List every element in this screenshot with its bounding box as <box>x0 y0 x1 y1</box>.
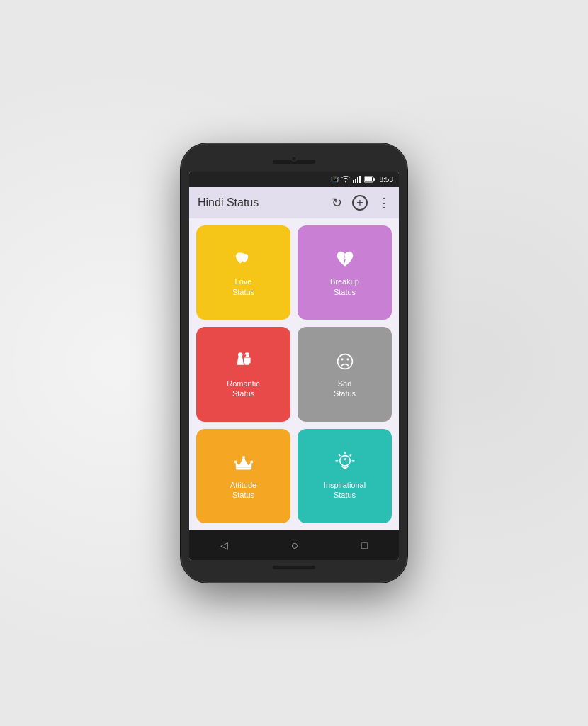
time-display: 8:53 <box>380 176 393 184</box>
app-bar-actions: ↻ + ⋮ <box>332 195 390 211</box>
status-bar: 📳 <box>189 172 399 187</box>
signal-icon <box>353 176 361 183</box>
svg-line-23 <box>350 454 351 456</box>
recent-button[interactable]: □ <box>350 534 378 557</box>
svg-point-14 <box>341 358 343 360</box>
category-grid: LoveStatus BreakupStatus <box>189 218 399 530</box>
love-status-label: LoveStatus <box>232 277 254 297</box>
home-button[interactable]: ○ <box>280 532 310 559</box>
sad-status-tile[interactable]: SadStatus <box>298 327 392 421</box>
inspirational-status-tile[interactable]: InspirationalStatus <box>298 429 392 523</box>
svg-point-13 <box>337 354 352 369</box>
svg-line-25 <box>339 454 340 456</box>
add-button[interactable]: + <box>352 195 368 211</box>
svg-rect-10 <box>244 357 249 364</box>
svg-rect-21 <box>343 467 346 469</box>
svg-point-19 <box>250 460 253 463</box>
svg-rect-6 <box>373 178 375 181</box>
phone-frame: 📳 <box>181 143 407 583</box>
svg-rect-1 <box>355 179 356 183</box>
wifi-icon <box>341 176 350 183</box>
attitude-status-tile[interactable]: AttitudeStatus <box>196 429 290 523</box>
attitude-status-label: AttitudeStatus <box>230 480 256 501</box>
breakup-icon <box>334 248 356 271</box>
more-button[interactable]: ⋮ <box>378 195 390 211</box>
app-title: Hindi Status <box>198 196 332 209</box>
vibrate-icon: 📳 <box>331 176 339 183</box>
inspirational-icon <box>334 452 356 474</box>
attitude-icon <box>232 452 255 474</box>
sad-icon <box>334 350 356 373</box>
breakup-status-tile[interactable]: BreakupStatus <box>298 225 392 320</box>
back-button[interactable]: ◁ <box>209 534 239 557</box>
svg-rect-16 <box>235 467 251 469</box>
svg-rect-2 <box>357 177 358 183</box>
bottom-bar <box>189 560 399 574</box>
inspirational-status-label: InspirationalStatus <box>324 480 366 501</box>
bottom-navigation: ◁ ○ □ <box>189 530 399 560</box>
app-bar: Hindi Status ↻ + ⋮ <box>189 187 399 218</box>
sad-status-label: SadStatus <box>334 379 356 399</box>
love-status-tile[interactable]: LoveStatus <box>196 225 290 320</box>
love-icon <box>232 248 255 271</box>
battery-icon <box>364 176 375 183</box>
svg-point-15 <box>346 358 349 360</box>
romantic-status-tile[interactable]: RomanticStatus <box>196 327 290 421</box>
svg-rect-11 <box>244 357 245 363</box>
status-icons: 📳 <box>331 176 393 184</box>
svg-rect-5 <box>365 177 372 182</box>
svg-point-17 <box>234 460 237 463</box>
svg-rect-12 <box>249 357 250 363</box>
top-bar <box>189 152 399 172</box>
phone-screen: 📳 <box>189 172 399 560</box>
camera <box>291 156 297 162</box>
speaker-grille-bottom <box>273 566 315 569</box>
romantic-status-label: RomanticStatus <box>227 379 259 399</box>
svg-rect-0 <box>353 180 354 183</box>
svg-point-20 <box>339 456 349 466</box>
refresh-button[interactable]: ↻ <box>332 195 342 211</box>
svg-point-8 <box>238 352 242 357</box>
breakup-status-label: BreakupStatus <box>330 277 359 297</box>
svg-rect-3 <box>359 176 361 183</box>
svg-point-18 <box>242 456 245 459</box>
romantic-icon <box>232 350 255 373</box>
